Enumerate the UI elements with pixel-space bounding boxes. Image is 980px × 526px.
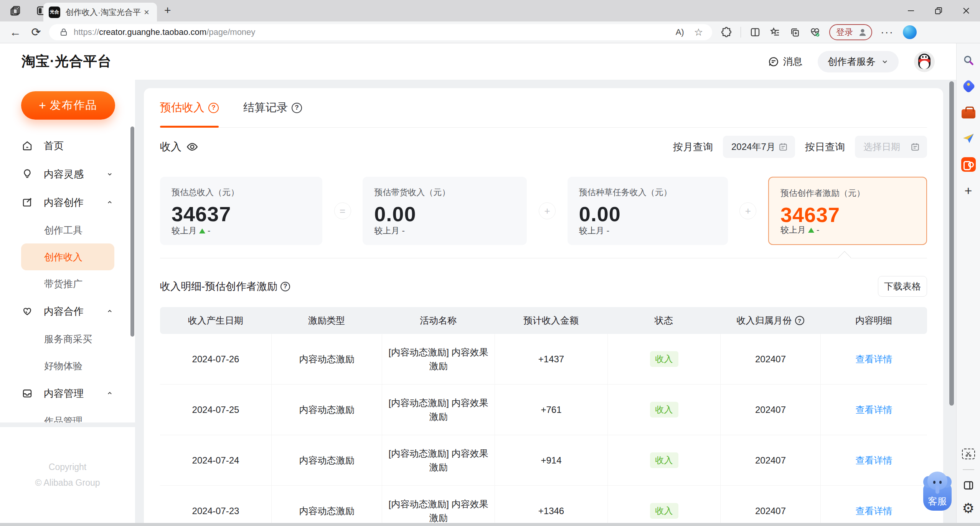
tab-estimated-income[interactable]: 预估收入 ? <box>160 88 219 127</box>
plus-sign: + <box>539 202 556 219</box>
panel-icon[interactable] <box>961 478 976 493</box>
sidebar-item-home[interactable]: 首页 <box>0 132 135 160</box>
header-with-help: 收入归属月份? <box>720 314 820 327</box>
add-sidebar-app-icon[interactable]: + <box>961 183 976 198</box>
address-bar[interactable]: https://creator.guanghe.taobao.com/page/… <box>49 24 712 40</box>
restore-button[interactable] <box>925 0 952 21</box>
creator-services-label: 创作者服务 <box>828 55 876 68</box>
minimize-button[interactable] <box>897 0 925 21</box>
screenshot-icon[interactable] <box>961 446 976 462</box>
browser-essentials-icon[interactable] <box>809 26 821 38</box>
month-query-label: 按月查询 <box>673 140 713 154</box>
customer-service-label: 客服 <box>928 495 947 508</box>
settings-gear-icon[interactable]: ⚙ <box>961 501 976 516</box>
browser-tab[interactable]: 光合 创作收入·淘宝光合平台 × <box>43 3 157 21</box>
sidebar-divider <box>963 469 974 470</box>
sidebar-item-management[interactable]: 内容管理 <box>0 379 135 408</box>
tools-icon[interactable] <box>961 105 976 120</box>
lock-icon[interactable] <box>59 28 68 37</box>
equals-sign: = <box>334 202 351 219</box>
publish-work-button[interactable]: + 发布作品 <box>21 91 115 120</box>
settings-more-icon[interactable]: ··· <box>881 26 894 38</box>
heart-hands-icon <box>21 306 33 317</box>
new-tab-button[interactable]: + <box>164 5 171 16</box>
sidebar-item-inspiration[interactable]: 内容灵感 <box>0 160 135 188</box>
back-icon[interactable]: ← <box>8 26 23 38</box>
day-picker[interactable]: 选择日期 <box>855 136 927 158</box>
sidebar-item-creation-income[interactable]: 创作收入 <box>21 243 114 270</box>
table-header: 收入产生日期 激励类型 活动名称 预计收入金额 状态 收入归属月份? 内容明细 <box>160 307 927 334</box>
publish-work-label: 发布作品 <box>50 98 97 113</box>
tab-settlement-record[interactable]: 结算记录 ? <box>243 88 302 127</box>
sidebar-item-cooperation[interactable]: 内容合作 <box>0 297 135 325</box>
shopping-icon[interactable] <box>961 79 976 94</box>
sidebar-footer: Copyright © Alibaba Group <box>0 422 135 523</box>
card-creator-incentive[interactable]: 预估创作者激励（元） 34637 较上月- <box>768 177 927 245</box>
income-cards: 预估总收入（元） 34637 较上月- = 预估带货收入（元） 0.00 较上月… <box>160 177 927 245</box>
copilot-icon[interactable] <box>903 25 917 39</box>
sidebar-menu: 首页 内容灵感 内容创作 创作工具 创作收入 <box>0 132 135 434</box>
compose-icon <box>21 197 33 208</box>
download-table-button[interactable]: 下载表格 <box>878 276 927 297</box>
messages-button[interactable]: 消息 <box>768 55 802 68</box>
reload-icon[interactable]: ⟳ <box>28 26 44 38</box>
help-icon[interactable]: ? <box>795 316 804 325</box>
status-badge: 收入 <box>650 351 678 367</box>
sidebar-item-procurement[interactable]: 服务商采买 <box>0 325 135 352</box>
sidebar-item-label: 首页 <box>44 139 64 153</box>
window-controls <box>897 0 980 21</box>
eye-icon[interactable] <box>186 141 198 153</box>
favorite-star-icon[interactable]: ☆ <box>694 26 703 38</box>
page-body: 淘宝·光合平台 消息 创作者服务 <box>0 43 956 523</box>
section-divider <box>160 258 927 258</box>
view-details-link[interactable]: 查看详情 <box>856 454 893 467</box>
browser-titlebar: 光合 创作收入·淘宝光合平台 × + <box>0 0 980 21</box>
split-screen-icon[interactable] <box>749 26 761 38</box>
month-picker[interactable]: 2024年7月 <box>723 136 795 158</box>
sidebar-item-creation-tools[interactable]: 创作工具 <box>0 217 135 243</box>
plus-icon: + <box>39 99 46 112</box>
site-logo[interactable]: 淘宝·光合平台 <box>21 52 112 71</box>
view-details-link[interactable]: 查看详情 <box>856 404 893 416</box>
table-row: 2024-07-23 内容动态激励 [内容动态激励] 内容效果激励 +1346 … <box>160 486 927 523</box>
collections-icon[interactable] <box>789 26 801 38</box>
extensions-icon[interactable] <box>721 26 732 38</box>
avatar[interactable] <box>914 51 935 72</box>
income-detail-table: 收入产生日期 激励类型 活动名称 预计收入金额 状态 收入归属月份? 内容明细 … <box>160 307 927 523</box>
chevron-up-icon <box>106 199 114 206</box>
help-icon[interactable]: ? <box>208 103 219 113</box>
trend-up-icon <box>199 228 205 233</box>
search-icon[interactable] <box>961 53 976 68</box>
kuaishou-icon[interactable] <box>961 157 976 172</box>
close-button[interactable] <box>952 0 980 21</box>
signin-label: 登录 <box>836 26 853 38</box>
view-details-link[interactable]: 查看详情 <box>856 505 893 517</box>
favorites-icon[interactable] <box>769 26 781 38</box>
url-text[interactable]: https://creator.guanghe.taobao.com/page/… <box>74 27 676 37</box>
sidebar-item-creation[interactable]: 内容创作 <box>0 188 135 217</box>
help-icon[interactable]: ? <box>280 282 290 291</box>
view-details-link[interactable]: 查看详情 <box>856 353 893 365</box>
creator-services-menu[interactable]: 创作者服务 <box>818 51 899 72</box>
drop-icon[interactable] <box>961 131 976 146</box>
sidebar-item-experience[interactable]: 好物体验 <box>0 352 135 379</box>
detail-title: 收入明细-预估创作者激励 ? <box>160 279 290 293</box>
copyright-line: Copyright <box>49 462 86 472</box>
url-scheme: https:// <box>74 27 99 37</box>
read-aloud-icon[interactable]: A) <box>676 27 684 37</box>
sidebar-item-label: 内容合作 <box>44 305 84 318</box>
browser-window: 光合 创作收入·淘宝光合平台 × + ← ⟳ https://creator.g… <box>0 0 980 526</box>
sidebar-item-promo[interactable]: 带货推广 <box>0 270 135 297</box>
workspaces-icon[interactable] <box>10 5 21 16</box>
url-host: creator.guanghe.taobao.com <box>99 27 206 37</box>
status-badge: 收入 <box>650 452 678 468</box>
sidebar-scrollbar[interactable] <box>130 127 134 337</box>
tab-close-icon[interactable]: × <box>142 8 152 17</box>
page-scrollbar[interactable] <box>949 81 954 406</box>
pointer-notch <box>838 251 851 264</box>
signin-button[interactable]: 登录 <box>829 24 872 40</box>
customer-service-widget[interactable]: 客服 <box>921 472 954 511</box>
edge-sidebar: + ⚙ <box>956 43 980 523</box>
messages-label: 消息 <box>783 55 802 68</box>
help-icon[interactable]: ? <box>292 103 302 113</box>
